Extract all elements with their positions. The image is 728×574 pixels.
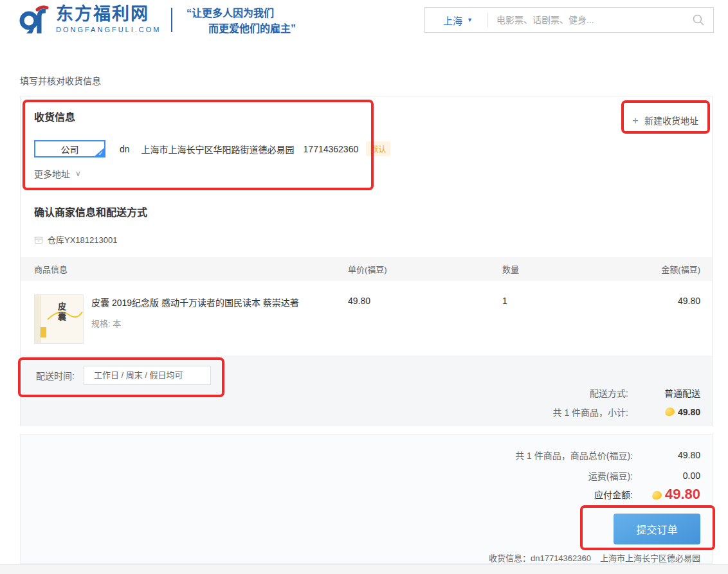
table-row: 皮囊 皮囊 2019纪念版 感动千万读者的国民读本 蔡崇达著 规格: 本 49.… bbox=[21, 281, 712, 344]
check-icon: ✓ bbox=[98, 150, 104, 157]
shop-icon bbox=[34, 235, 43, 244]
payable-label: 应付金额: bbox=[594, 488, 633, 501]
total-label: 共 1 件商品，商品总价(福豆): bbox=[515, 449, 633, 462]
address-type-label: 公司 bbox=[61, 143, 79, 156]
search-bar: 上海 ▼ bbox=[424, 7, 714, 33]
shipping-value: 0.00 bbox=[633, 471, 700, 481]
product-info: 皮囊 皮囊 2019纪念版 感动千万读者的国民读本 蔡崇达著 规格: 本 bbox=[34, 294, 348, 344]
warehouse-row: 仓库YX181213001 bbox=[34, 233, 117, 246]
bean-icon bbox=[651, 490, 663, 500]
bean-icon bbox=[664, 406, 676, 417]
payable-value: 49.80 bbox=[665, 486, 700, 502]
new-address-button[interactable]: + 新建收货地址 bbox=[632, 114, 698, 127]
total-row: 共 1 件商品，商品总价(福豆): 49.80 bbox=[515, 449, 700, 462]
more-addresses-toggle[interactable]: 更多地址 ∨ bbox=[34, 167, 81, 180]
receiver-summary-label: 收货信息： bbox=[489, 553, 531, 563]
plus-icon: + bbox=[632, 115, 639, 126]
header-divider bbox=[171, 8, 172, 32]
delivery-method-row: 配送方式: 普通配送 bbox=[590, 386, 700, 399]
table-header: 商品信息 单价(福豆) 数量 金额(福豆) bbox=[21, 257, 712, 281]
subtotal-row: 共 1 件商品，小计: 49.80 bbox=[553, 406, 700, 418]
product-quantity: 1 bbox=[502, 294, 605, 306]
page-footer-strip bbox=[0, 564, 728, 574]
new-address-label: 新建收货地址 bbox=[644, 114, 698, 127]
brand-domain: DONGFANGFULI.COM bbox=[56, 26, 161, 33]
receiver-phone: 17714362360 bbox=[304, 144, 359, 154]
delivery-time-option[interactable]: 工作日 / 周末 / 假日均可 bbox=[84, 366, 211, 385]
logo-icon bbox=[18, 5, 50, 35]
product-spec: 规格: 本 bbox=[91, 317, 299, 329]
product-unit-price: 49.80 bbox=[348, 294, 502, 306]
col-quantity: 数量 bbox=[502, 263, 605, 275]
col-amount: 金额(福豆) bbox=[605, 263, 700, 275]
receiver-address: 上海市上海长宁区华阳路街道德必易园 bbox=[141, 143, 295, 156]
summary-panel: 共 1 件商品，商品总价(福豆): 49.80 运费(福豆): 0.00 应付金… bbox=[20, 434, 713, 564]
payable-row: 应付金额: 49.80 bbox=[594, 486, 700, 503]
receiver-summary-address: 上海市上海长宁区德必易园 bbox=[600, 553, 700, 563]
address-section-title: 收货信息 bbox=[34, 109, 75, 124]
receiver-summary: 收货信息：dn17714362360上海市上海长宁区德必易园 bbox=[489, 552, 700, 564]
delivery-time-label: 配送时间: bbox=[36, 369, 75, 382]
product-title[interactable]: 皮囊 2019纪念版 感动千万读者的国民读本 蔡崇达著 bbox=[91, 296, 299, 309]
search-input[interactable] bbox=[496, 15, 692, 25]
subtotal-label: 共 1 件商品，小计: bbox=[553, 406, 628, 418]
shipping-row: 运费(福豆): 0.00 bbox=[588, 469, 700, 482]
checkout-page: 东方福利网 DONGFANGFULI.COM “让更多人因为我们 而更爱他们的雇… bbox=[0, 0, 728, 574]
site-header: 东方福利网 DONGFANGFULI.COM “让更多人因为我们 而更爱他们的雇… bbox=[0, 0, 728, 40]
more-addresses-label: 更多地址 bbox=[34, 167, 70, 180]
delivery-summary-strip: 配送时间: 工作日 / 周末 / 假日均可 配送方式: 普通配送 共 1 件商品… bbox=[21, 355, 712, 426]
search-icon[interactable] bbox=[692, 13, 705, 26]
cover-title: 皮囊 bbox=[55, 302, 68, 323]
brand-name: 东方福利网 bbox=[56, 5, 161, 23]
warehouse-label: 仓库YX181213001 bbox=[48, 233, 117, 246]
merchant-section-title: 确认商家信息和配送方式 bbox=[34, 204, 147, 219]
total-value: 49.80 bbox=[633, 450, 700, 460]
delivery-time-row: 配送时间: 工作日 / 周末 / 假日均可 bbox=[36, 366, 211, 385]
delivery-method-label: 配送方式: bbox=[590, 386, 628, 399]
default-badge: 默认 bbox=[366, 141, 390, 156]
chevron-down-icon: ∨ bbox=[75, 169, 81, 178]
page-title: 填写并核对收货信息 bbox=[20, 74, 101, 87]
order-card: 收货信息 + 新建收货地址 公司 ✓ dn 上海市上海长宁区华阳路街道德必易园 … bbox=[20, 96, 713, 426]
slogan-line2: 而更爱他们的雇主” bbox=[187, 21, 296, 37]
submit-order-button[interactable]: 提交订单 bbox=[614, 514, 700, 544]
product-amount: 49.80 bbox=[605, 294, 700, 306]
product-image: 皮囊 bbox=[34, 294, 84, 344]
address-row: 公司 ✓ dn 上海市上海长宁区华阳路街道德必易园 17714362360 默认 bbox=[34, 140, 390, 157]
search-divider bbox=[487, 13, 487, 27]
col-unit-price: 单价(福豆) bbox=[348, 263, 502, 275]
slogan-line1: “让更多人因为我们 bbox=[187, 6, 296, 21]
subtotal-value: 49.80 bbox=[678, 407, 700, 417]
col-product: 商品信息 bbox=[34, 263, 348, 275]
chevron-down-icon: ▼ bbox=[467, 17, 473, 23]
brand-slogan: “让更多人因为我们 而更爱他们的雇主” bbox=[187, 6, 296, 37]
delivery-method-value: 普通配送 bbox=[628, 386, 700, 399]
receiver-summary-contact: dn17714362360 bbox=[531, 553, 591, 563]
shipping-label: 运费(福豆): bbox=[588, 469, 633, 482]
city-label: 上海 bbox=[443, 13, 462, 27]
receiver-name: dn bbox=[120, 144, 130, 154]
city-selector[interactable]: 上海 ▼ bbox=[443, 13, 473, 27]
address-type-tag[interactable]: 公司 ✓ bbox=[34, 140, 105, 157]
logo: 东方福利网 DONGFANGFULI.COM bbox=[18, 5, 161, 35]
